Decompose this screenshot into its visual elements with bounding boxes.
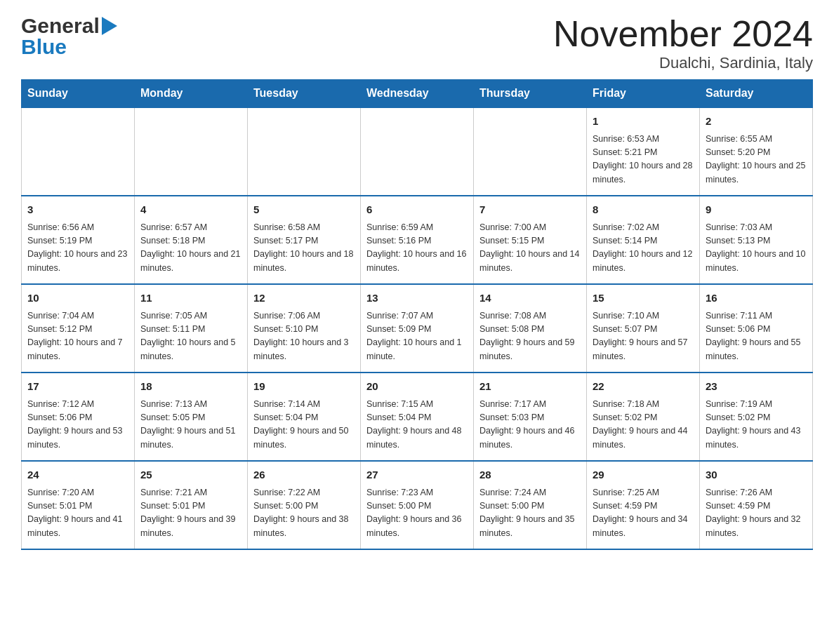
day-info: Sunrise: 6:53 AM Sunset: 5:21 PM Dayligh… [593,133,694,187]
day-info: Sunrise: 7:05 AM Sunset: 5:11 PM Dayligh… [140,309,241,364]
day-info: Sunrise: 7:08 AM Sunset: 5:08 PM Dayligh… [479,309,581,364]
day-number: 6 [366,202,468,218]
day-info: Sunrise: 7:14 AM Sunset: 5:04 PM Dayligh… [253,398,355,452]
calendar-week-row: 1Sunrise: 6:53 AM Sunset: 5:21 PM Daylig… [22,107,813,196]
day-number: 21 [479,379,581,395]
day-info: Sunrise: 7:22 AM Sunset: 5:00 PM Dayligh… [253,486,355,541]
title-block: November 2024 Dualchi, Sardinia, Italy [553,14,813,72]
day-number: 28 [479,467,581,483]
table-row [361,107,474,196]
table-row: 6Sunrise: 6:59 AM Sunset: 5:16 PM Daylig… [361,196,474,284]
table-row: 23Sunrise: 7:19 AM Sunset: 5:02 PM Dayli… [700,373,813,461]
logo-arrow-icon [102,17,117,35]
table-row: 22Sunrise: 7:18 AM Sunset: 5:02 PM Dayli… [587,373,700,461]
day-info: Sunrise: 6:58 AM Sunset: 5:17 PM Dayligh… [253,221,355,276]
day-number: 8 [593,202,694,218]
table-row: 2Sunrise: 6:55 AM Sunset: 5:20 PM Daylig… [700,107,813,196]
table-row: 19Sunrise: 7:14 AM Sunset: 5:04 PM Dayli… [248,373,361,461]
day-number: 15 [593,290,694,307]
day-number: 7 [479,202,581,218]
table-row: 24Sunrise: 7:20 AM Sunset: 5:01 PM Dayli… [22,461,135,549]
header-tuesday: Tuesday [248,80,361,108]
day-number: 26 [253,467,355,483]
day-number: 30 [706,467,807,483]
day-number: 5 [253,202,355,218]
table-row: 25Sunrise: 7:21 AM Sunset: 5:01 PM Dayli… [135,461,248,549]
day-number: 11 [140,290,241,307]
day-info: Sunrise: 6:56 AM Sunset: 5:19 PM Dayligh… [27,221,128,276]
day-info: Sunrise: 7:13 AM Sunset: 5:05 PM Dayligh… [140,398,241,452]
table-row [22,107,135,196]
table-row: 17Sunrise: 7:12 AM Sunset: 5:06 PM Dayli… [22,373,135,461]
day-info: Sunrise: 7:23 AM Sunset: 5:00 PM Dayligh… [366,486,468,541]
day-info: Sunrise: 7:00 AM Sunset: 5:15 PM Dayligh… [479,221,581,276]
day-number: 20 [366,379,468,395]
header-friday: Friday [587,80,700,108]
calendar-week-row: 24Sunrise: 7:20 AM Sunset: 5:01 PM Dayli… [22,461,813,549]
table-row: 7Sunrise: 7:00 AM Sunset: 5:15 PM Daylig… [474,196,587,284]
svg-marker-0 [102,17,117,35]
day-number: 22 [593,379,694,395]
day-info: Sunrise: 6:59 AM Sunset: 5:16 PM Dayligh… [366,221,468,276]
page-header: General Blue November 2024 Dualchi, Sard… [21,14,813,72]
header-monday: Monday [135,80,248,108]
logo-general-text: General [21,14,100,38]
location-text: Dualchi, Sardinia, Italy [553,54,813,72]
day-info: Sunrise: 7:19 AM Sunset: 5:02 PM Dayligh… [706,398,807,452]
table-row: 5Sunrise: 6:58 AM Sunset: 5:17 PM Daylig… [248,196,361,284]
day-number: 23 [706,379,807,395]
table-row: 3Sunrise: 6:56 AM Sunset: 5:19 PM Daylig… [22,196,135,284]
day-info: Sunrise: 7:24 AM Sunset: 5:00 PM Dayligh… [479,486,581,541]
day-info: Sunrise: 7:10 AM Sunset: 5:07 PM Dayligh… [593,309,694,364]
day-number: 24 [27,467,128,483]
table-row: 14Sunrise: 7:08 AM Sunset: 5:08 PM Dayli… [474,284,587,373]
day-info: Sunrise: 7:11 AM Sunset: 5:06 PM Dayligh… [706,309,807,364]
header-thursday: Thursday [474,80,587,108]
day-number: 4 [140,202,241,218]
table-row: 29Sunrise: 7:25 AM Sunset: 4:59 PM Dayli… [587,461,700,549]
calendar-week-row: 17Sunrise: 7:12 AM Sunset: 5:06 PM Dayli… [22,373,813,461]
day-info: Sunrise: 7:06 AM Sunset: 5:10 PM Dayligh… [253,309,355,364]
day-number: 17 [27,379,128,395]
table-row: 1Sunrise: 6:53 AM Sunset: 5:21 PM Daylig… [587,107,700,196]
day-info: Sunrise: 7:25 AM Sunset: 4:59 PM Dayligh… [593,486,694,541]
table-row: 27Sunrise: 7:23 AM Sunset: 5:00 PM Dayli… [361,461,474,549]
table-row: 4Sunrise: 6:57 AM Sunset: 5:18 PM Daylig… [135,196,248,284]
day-info: Sunrise: 7:26 AM Sunset: 4:59 PM Dayligh… [706,486,807,541]
day-info: Sunrise: 7:20 AM Sunset: 5:01 PM Dayligh… [27,486,128,541]
day-number: 12 [253,290,355,307]
table-row: 30Sunrise: 7:26 AM Sunset: 4:59 PM Dayli… [700,461,813,549]
day-info: Sunrise: 6:57 AM Sunset: 5:18 PM Dayligh… [140,221,241,276]
day-info: Sunrise: 7:12 AM Sunset: 5:06 PM Dayligh… [27,398,128,452]
table-row [474,107,587,196]
day-number: 2 [706,114,807,130]
table-row: 16Sunrise: 7:11 AM Sunset: 5:06 PM Dayli… [700,284,813,373]
day-number: 1 [593,114,694,130]
table-row: 10Sunrise: 7:04 AM Sunset: 5:12 PM Dayli… [22,284,135,373]
table-row: 15Sunrise: 7:10 AM Sunset: 5:07 PM Dayli… [587,284,700,373]
day-number: 29 [593,467,694,483]
table-row: 13Sunrise: 7:07 AM Sunset: 5:09 PM Dayli… [361,284,474,373]
header-saturday: Saturday [700,80,813,108]
calendar-week-row: 3Sunrise: 6:56 AM Sunset: 5:19 PM Daylig… [22,196,813,284]
day-number: 16 [706,290,807,307]
day-info: Sunrise: 7:15 AM Sunset: 5:04 PM Dayligh… [366,398,468,452]
day-info: Sunrise: 7:18 AM Sunset: 5:02 PM Dayligh… [593,398,694,452]
day-number: 10 [27,290,128,307]
table-row: 9Sunrise: 7:03 AM Sunset: 5:13 PM Daylig… [700,196,813,284]
day-number: 14 [479,290,581,307]
day-number: 9 [706,202,807,218]
calendar-week-row: 10Sunrise: 7:04 AM Sunset: 5:12 PM Dayli… [22,284,813,373]
table-row: 12Sunrise: 7:06 AM Sunset: 5:10 PM Dayli… [248,284,361,373]
day-number: 13 [366,290,468,307]
header-wednesday: Wednesday [361,80,474,108]
table-row: 26Sunrise: 7:22 AM Sunset: 5:00 PM Dayli… [248,461,361,549]
day-info: Sunrise: 7:02 AM Sunset: 5:14 PM Dayligh… [593,221,694,276]
table-row: 28Sunrise: 7:24 AM Sunset: 5:00 PM Dayli… [474,461,587,549]
day-number: 25 [140,467,241,483]
header-sunday: Sunday [22,80,135,108]
logo-blue-text: Blue [21,35,67,59]
table-row: 18Sunrise: 7:13 AM Sunset: 5:05 PM Dayli… [135,373,248,461]
month-title: November 2024 [553,14,813,54]
day-info: Sunrise: 6:55 AM Sunset: 5:20 PM Dayligh… [706,133,807,187]
